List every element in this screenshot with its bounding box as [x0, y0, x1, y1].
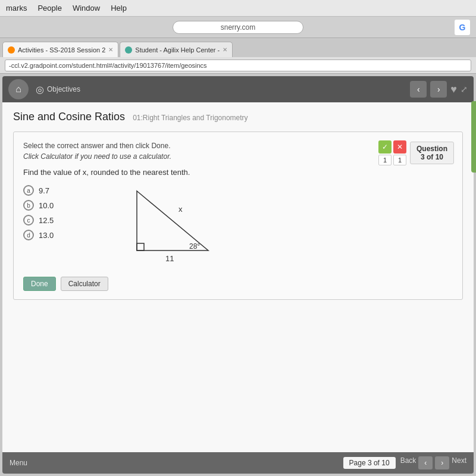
- objectives-button[interactable]: ◎ Objectives: [36, 84, 80, 95]
- choice-d-value: 13.0: [39, 231, 54, 240]
- choice-c-circle: c: [23, 215, 34, 226]
- choice-c[interactable]: c 12.5: [23, 215, 54, 226]
- choice-b-circle: b: [23, 200, 34, 211]
- menu-help[interactable]: Help: [111, 4, 127, 12]
- tab-icon-activities: [8, 46, 15, 54]
- triangle-svg: x 28° 11: [101, 179, 220, 274]
- favorite-button[interactable]: ♥: [450, 83, 457, 96]
- bottom-bar: Menu Page 3 of 10 Back ‹ › Next: [2, 452, 474, 474]
- content-area: ⌂ ◎ Objectives ‹ › ♥ ⤢ Sine and Cosine R…: [0, 74, 476, 476]
- choice-c-value: 12.5: [39, 216, 54, 225]
- choice-d-circle: d: [23, 230, 34, 240]
- choice-b[interactable]: b 10.0: [23, 200, 54, 211]
- tab-icon-help: [125, 46, 132, 54]
- svg-text:11: 11: [165, 254, 174, 263]
- tab-label-activities: Activities - SS-2018 Session 2: [18, 46, 105, 54]
- question-status: ✓ ✕ 1 1 Question 3 of 10: [378, 140, 454, 165]
- svg-rect-1: [137, 243, 144, 250]
- choice-a[interactable]: a 9.7: [23, 185, 54, 196]
- back-label[interactable]: Back: [400, 456, 416, 469]
- url-bar: [0, 57, 476, 74]
- menu-label[interactable]: Menu: [10, 459, 27, 467]
- home-icon: ⌂: [15, 84, 21, 95]
- choice-d[interactable]: d 13.0: [23, 230, 54, 240]
- page-nav: Back ‹ › Next: [400, 456, 466, 469]
- check-icon: ✓: [378, 140, 392, 154]
- calculator-button[interactable]: Calculator: [61, 277, 108, 291]
- score-2: 1: [393, 155, 406, 165]
- tab-label-help: Student - Agilix Help Center -: [135, 46, 220, 54]
- nav-arrows: ‹ › ♥ ⤢: [410, 81, 468, 98]
- choice-a-circle: a: [23, 185, 34, 196]
- objectives-icon: ◎: [36, 84, 44, 95]
- question-box: Select the correct answer and then click…: [13, 131, 463, 300]
- tab-activities[interactable]: Activities - SS-2018 Session 2 ✕: [2, 42, 118, 57]
- menu-window[interactable]: Window: [73, 4, 100, 12]
- tab-close-activities[interactable]: ✕: [108, 46, 113, 53]
- objectives-label: Objectives: [47, 85, 80, 93]
- tab-help[interactable]: Student - Agilix Help Center - ✕: [120, 42, 233, 57]
- svg-text:28°: 28°: [189, 242, 200, 250]
- tab-close-help[interactable]: ✕: [223, 46, 227, 53]
- address-input[interactable]: [173, 21, 303, 34]
- triangle-diagram: x 28° 11: [101, 179, 220, 277]
- address-bar-area: G: [0, 17, 476, 38]
- back-nav-icon: ‹: [417, 84, 420, 94]
- google-icon: G: [455, 20, 470, 35]
- prev-page-button[interactable]: ‹: [418, 456, 433, 469]
- menu-bar: marks People Window Help: [0, 0, 476, 17]
- done-button[interactable]: Done: [23, 277, 56, 291]
- question-text: Find the value of x, rounded to the near…: [23, 168, 453, 177]
- forward-nav-button[interactable]: ›: [430, 81, 447, 98]
- x-icon: ✕: [393, 140, 406, 154]
- svg-marker-0: [137, 191, 208, 250]
- forward-nav-icon: ›: [437, 84, 440, 94]
- main-panel: Sine and Cosine Ratios 01:Right Triangle…: [2, 102, 474, 452]
- score-1: 1: [378, 155, 392, 165]
- page-title: Sine and Cosine Ratios 01:Right Triangle…: [13, 111, 463, 123]
- app-toolbar: ⌂ ◎ Objectives ‹ › ♥ ⤢: [2, 76, 474, 102]
- url-input[interactable]: [5, 60, 471, 71]
- page-subtitle: 01:Right Triangles and Trigonometry: [133, 114, 248, 122]
- tab-bar: Activities - SS-2018 Session 2 ✕ Student…: [0, 38, 476, 57]
- choice-b-value: 10.0: [39, 201, 54, 210]
- action-buttons: Done Calculator: [23, 277, 453, 291]
- next-page-button[interactable]: ›: [435, 456, 449, 469]
- back-nav-button[interactable]: ‹: [410, 81, 427, 98]
- sidebar-strip: [471, 101, 476, 173]
- score-box: ✓ ✕ 1 1: [378, 140, 406, 165]
- page-info: Page 3 of 10: [343, 457, 396, 469]
- pagination: Page 3 of 10 Back ‹ › Next: [343, 456, 466, 469]
- next-label[interactable]: Next: [452, 456, 466, 469]
- menu-marks[interactable]: marks: [6, 4, 27, 12]
- expand-button[interactable]: ⤢: [461, 84, 468, 94]
- menu-people[interactable]: People: [37, 4, 61, 12]
- choice-a-value: 9.7: [39, 186, 49, 195]
- svg-text:x: x: [178, 205, 183, 214]
- question-label: Question 3 of 10: [410, 142, 454, 164]
- home-button[interactable]: ⌂: [8, 79, 29, 99]
- answer-choices: a 9.7 b 10.0 c 12.5 d 13.0: [23, 185, 54, 240]
